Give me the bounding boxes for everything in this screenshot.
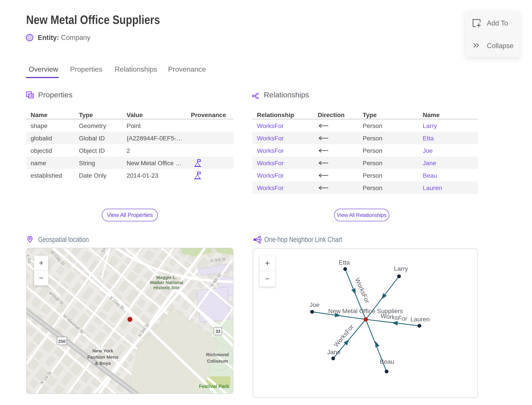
svg-text:Fashion Mens: Fashion Mens — [87, 354, 118, 359]
svg-text:New York: New York — [93, 348, 113, 353]
svg-text:Festival Park: Festival Park — [199, 384, 229, 389]
svg-text:Etta: Etta — [339, 259, 350, 266]
svg-text:Jane: Jane — [327, 349, 341, 356]
svg-text:Maggie L.: Maggie L. — [156, 275, 177, 280]
svg-text:Larry: Larry — [394, 265, 408, 272]
svg-text:WorksFor: WorksFor — [354, 277, 371, 304]
svg-text:Richmond: Richmond — [206, 352, 229, 357]
svg-text:& Boys: & Boys — [95, 361, 111, 366]
svg-text:Beau: Beau — [380, 358, 394, 365]
svg-text:33: 33 — [215, 329, 220, 334]
svg-text:Walker National: Walker National — [150, 280, 183, 285]
svg-text:Lauren: Lauren — [410, 316, 430, 323]
svg-text:Coliseum: Coliseum — [207, 358, 228, 364]
svg-text:Historic Site: Historic Site — [154, 285, 180, 290]
svg-text:250: 250 — [58, 339, 65, 344]
svg-text:Joe: Joe — [309, 301, 319, 308]
svg-text:WorksFor: WorksFor — [380, 312, 408, 322]
